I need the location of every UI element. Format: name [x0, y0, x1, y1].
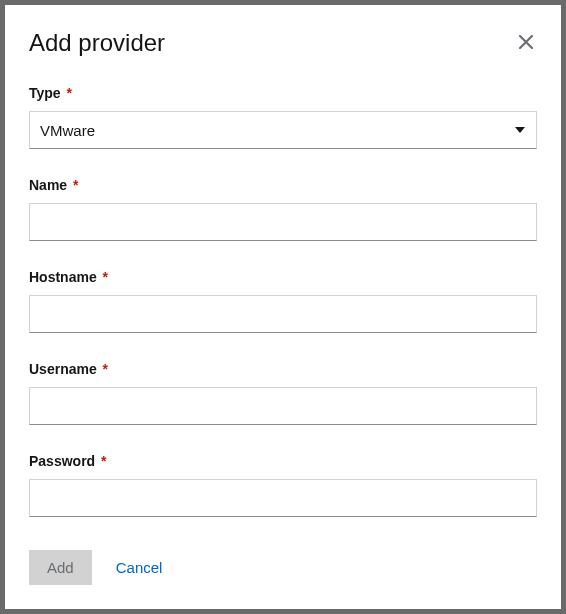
hostname-field-group: Hostname * [29, 269, 537, 333]
name-input[interactable] [29, 203, 537, 241]
hostname-label-text: Hostname [29, 269, 97, 285]
name-label-text: Name [29, 177, 67, 193]
name-field-group: Name * [29, 177, 537, 241]
type-field-group: Type * VMware [29, 85, 537, 149]
required-marker: * [103, 361, 108, 377]
required-marker: * [101, 453, 106, 469]
add-provider-modal: Add provider Type * VMware Name * [5, 5, 561, 609]
username-label: Username * [29, 361, 537, 377]
username-label-text: Username [29, 361, 97, 377]
modal-title: Add provider [29, 29, 165, 57]
hostname-input[interactable] [29, 295, 537, 333]
cancel-button[interactable]: Cancel [110, 551, 169, 584]
password-label-text: Password [29, 453, 95, 469]
hostname-label: Hostname * [29, 269, 537, 285]
type-select-wrapper: VMware [29, 111, 537, 149]
required-marker: * [73, 177, 78, 193]
required-marker: * [103, 269, 108, 285]
type-label-text: Type [29, 85, 61, 101]
name-label: Name * [29, 177, 537, 193]
modal-header: Add provider [29, 29, 537, 57]
close-icon[interactable] [515, 30, 537, 56]
required-marker: * [67, 85, 72, 101]
username-field-group: Username * [29, 361, 537, 425]
password-input[interactable] [29, 479, 537, 517]
modal-footer: Add Cancel [29, 550, 168, 585]
password-label: Password * [29, 453, 537, 469]
password-field-group: Password * [29, 453, 537, 517]
type-label: Type * [29, 85, 537, 101]
add-button[interactable]: Add [29, 550, 92, 585]
type-select[interactable]: VMware [29, 111, 537, 149]
username-input[interactable] [29, 387, 537, 425]
